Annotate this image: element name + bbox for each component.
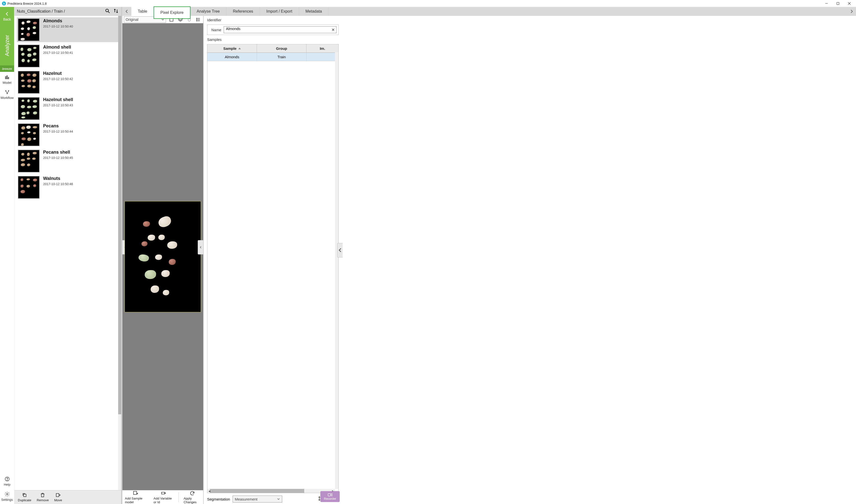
center-panel: Table Pixel Explore Analyse Tree Referen… [122, 7, 856, 504]
tab-references[interactable]: References [227, 7, 260, 16]
sample-title: Pecans [43, 123, 73, 129]
name-input[interactable]: Almonds ✕ [224, 26, 336, 33]
name-label: Name [209, 28, 221, 32]
move-button[interactable]: Move [54, 492, 62, 502]
duplicate-button[interactable]: Duplicate [18, 492, 31, 502]
titlebar: b Prediktera Breeze 2024.1.8 [0, 0, 856, 7]
svg-rect-6 [8, 77, 9, 79]
table-vscroll[interactable] [335, 52, 338, 489]
th-sample[interactable]: Sample [207, 44, 257, 53]
breadcrumb: Nuts_Classification / Train / [17, 9, 65, 14]
svg-rect-15 [23, 494, 26, 497]
tab-import-export[interactable]: Import / Export [260, 7, 299, 16]
window-close[interactable] [844, 0, 855, 7]
sample-timestamp: 2017-10-12 10:50:40 [43, 24, 73, 28]
search-icon[interactable] [105, 8, 110, 15]
sample-item[interactable]: Pecans shell2017-10-12 10:50:45 [17, 149, 121, 174]
sample-item[interactable]: Almond shell2017-10-12 10:50:41 [17, 43, 121, 68]
rail-help[interactable]: Help [0, 474, 14, 489]
view-mode-value: Original [126, 17, 139, 21]
th-group[interactable]: Group [257, 44, 306, 53]
sample-thumbnail [18, 71, 40, 94]
sample-title: Almond shell [43, 44, 73, 50]
hscroll-left-icon[interactable]: ◂ [207, 489, 211, 493]
rail-settings[interactable]: Settings [0, 489, 14, 504]
add-variable-label: Add Variable or Id [154, 497, 174, 504]
sample-timestamp: 2017-10-12 10:50:43 [43, 103, 73, 107]
add-sample-label: Add Sample model [125, 497, 146, 504]
add-sample-model-button[interactable]: Add Sample model [122, 491, 149, 504]
window-title: Prediktera Breeze 2024.1.8 [7, 2, 47, 5]
expand-right-icon[interactable] [198, 240, 203, 254]
th-image[interactable]: Im. [306, 44, 338, 53]
tab-table[interactable]: Table [131, 7, 154, 16]
sample-item[interactable]: Almonds2017-10-12 10:50:40 [17, 17, 121, 42]
rail-workflow[interactable]: Workflow [0, 87, 14, 102]
sample-title: Almonds [43, 18, 73, 23]
center-bottom-toolbar: Add Sample model Add Variable or Id Appl… [122, 490, 203, 504]
tab-pixel-explore[interactable]: Pixel Explore [154, 7, 190, 19]
sort-asc-icon [238, 48, 241, 49]
recorder-label: Recorder [324, 497, 336, 501]
sample-thumbnail [18, 123, 40, 146]
table-row[interactable]: Almonds Train [207, 53, 338, 61]
recorder-button[interactable]: Recorder [320, 491, 340, 502]
breeze-button[interactable]: breeze [0, 66, 14, 72]
list-icon[interactable] [195, 16, 202, 23]
right-panel: Identifier Name Almonds ✕ Samples Sample… [203, 16, 342, 504]
sample-item[interactable]: Pecans2017-10-12 10:50:44 [17, 122, 121, 147]
svg-marker-39 [331, 493, 332, 496]
tab-scroll-right[interactable] [847, 7, 856, 16]
back-button[interactable]: Back [0, 7, 14, 26]
duplicate-label: Duplicate [18, 498, 31, 502]
sample-item[interactable]: Walnuts2017-10-12 10:50:46 [17, 175, 121, 200]
cell-image [306, 53, 338, 61]
svg-rect-16 [56, 493, 59, 497]
list-scrollbar[interactable] [118, 16, 121, 490]
cell-group: Train [257, 53, 306, 61]
image-slot [125, 201, 201, 312]
sort-icon[interactable] [113, 8, 119, 15]
sample-list: Almonds2017-10-12 10:50:40Almond shell20… [14, 16, 121, 490]
apply-changes-button[interactable]: Apply Changes [181, 491, 203, 504]
window-maximize[interactable] [832, 0, 844, 7]
svg-point-7 [5, 90, 6, 91]
svg-point-13 [106, 9, 108, 12]
collapse-right-icon[interactable] [337, 243, 343, 257]
segmentation-combo[interactable]: Measurement [233, 496, 282, 503]
sample-item[interactable]: Hazelnut2017-10-12 10:50:42 [17, 70, 121, 95]
window-minimize[interactable] [821, 0, 832, 7]
breeze-label: breeze [2, 67, 12, 71]
identifier-label: Identifier [207, 18, 339, 22]
move-label: Move [54, 498, 62, 502]
samples-label: Samples [207, 37, 339, 42]
sample-timestamp: 2017-10-12 10:50:44 [43, 130, 73, 133]
svg-point-9 [6, 93, 7, 94]
app-icon: b [2, 1, 6, 5]
tabbar: Table Pixel Explore Analyse Tree Referen… [122, 7, 856, 16]
analyzer-button[interactable]: Analyzer [0, 26, 14, 66]
svg-rect-4 [5, 76, 6, 79]
sample-item[interactable]: Hazelnut shell2017-10-12 10:50:43 [17, 96, 121, 121]
tab-metadata[interactable]: Metadata [299, 7, 329, 16]
left-toolbar: Nuts_Classification / Train / [14, 7, 121, 16]
tab-analyse-tree[interactable]: Analyse Tree [190, 7, 227, 16]
cell-sample: Almonds [207, 53, 257, 61]
svg-rect-38 [328, 493, 331, 496]
add-variable-button[interactable]: Add Variable or Id [151, 491, 176, 504]
svg-point-8 [8, 90, 9, 91]
sample-timestamp: 2017-10-12 10:50:45 [43, 156, 73, 160]
segmentation-value: Measurement [235, 497, 258, 501]
sample-thumbnail [18, 18, 40, 41]
sample-timestamp: 2017-10-12 10:50:41 [43, 51, 73, 55]
remove-button[interactable]: Remove [37, 492, 49, 502]
rail-model[interactable]: Model [0, 72, 14, 87]
rail-workflow-label: Workflow [0, 96, 14, 100]
image-area[interactable] [122, 23, 203, 490]
svg-rect-5 [7, 76, 7, 79]
back-label: Back [3, 17, 11, 21]
rail-model-label: Model [3, 81, 12, 85]
tab-scroll-left[interactable] [122, 7, 131, 16]
table-hscroll[interactable]: ◂ ▸ [207, 489, 335, 493]
clear-icon[interactable]: ✕ [332, 28, 335, 32]
